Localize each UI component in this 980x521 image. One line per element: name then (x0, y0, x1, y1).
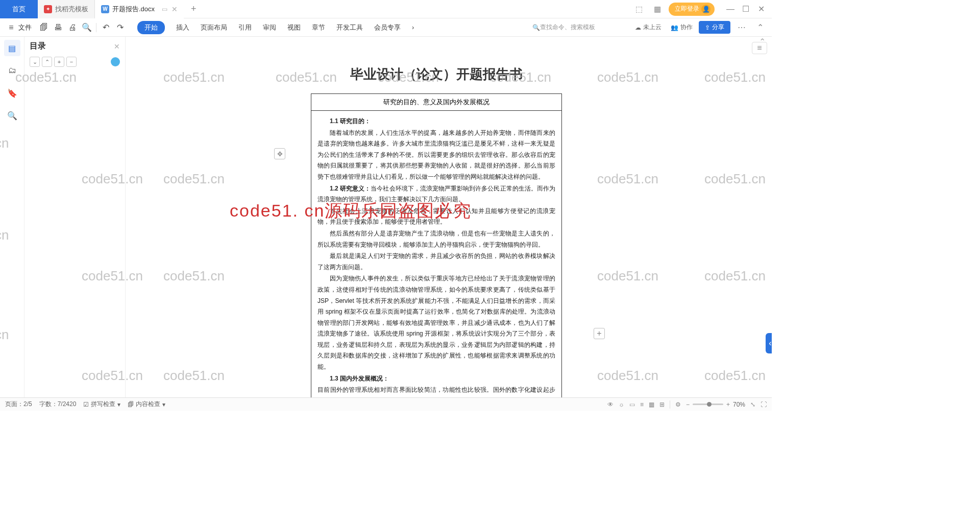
zoom-out-icon[interactable]: − (686, 401, 690, 408)
wps-icon: W (101, 5, 109, 13)
login-label: 立即登录 (675, 5, 699, 13)
menu-icon[interactable]: ≡ (4, 20, 18, 35)
command-search[interactable]: 🔍 查找命令、搜索模板 (532, 23, 595, 32)
search-panel-icon[interactable]: 🔍 (4, 107, 20, 124)
view-mode-3-icon[interactable]: ▦ (649, 401, 654, 408)
paragraph: 首先社会上流浪宠物的泛滥及危害，需要让人们认知并且能够方便登记的流浪宠物，并且便… (317, 206, 555, 228)
docer-icon: ✦ (44, 5, 52, 13)
redo-icon[interactable]: ↷ (113, 20, 127, 35)
sidebar-title: 目录 (30, 41, 46, 52)
menu-insert[interactable]: 插入 (176, 21, 189, 34)
share-button[interactable]: ⇪ 分享 (699, 21, 730, 34)
menu-pagelayout[interactable]: 页面布局 (201, 21, 227, 34)
minimize-button[interactable]: — (723, 2, 738, 16)
word-count[interactable]: 字数：7/2420 (39, 400, 77, 409)
tab-close-icon[interactable]: ✕ (172, 5, 178, 13)
content-check-toggle[interactable]: 🗐 内容检查 ▾ (128, 400, 165, 409)
menu-devtools[interactable]: 开发工具 (336, 21, 363, 34)
preview-icon[interactable]: 🖨 (65, 20, 80, 35)
right-rail: ⌃ ≡ ‹ (747, 37, 772, 397)
outline-add-icon[interactable]: + (54, 57, 64, 67)
outline-icon[interactable]: ▤ (4, 40, 20, 56)
box-body[interactable]: 1.1 研究目的： 随着城市的发展，人们生活水平的提高，越来越多的人开始养宠物，… (311, 111, 561, 397)
cloud-label: 未上云 (643, 23, 662, 32)
more-icon[interactable]: ⋯ (733, 22, 750, 32)
page-indicator[interactable]: 页面：2/5 (5, 400, 32, 409)
status-bar: 页面：2/5 字数：7/2420 ☑ 拼写检查 ▾ 🗐 内容检查 ▾ 👁 ☼ ▭… (0, 397, 772, 411)
sidebar-indicator-icon[interactable] (111, 57, 120, 66)
document-canvas[interactable]: ✥ + 毕业设计（论文）开题报告书 研究的目的、意义及国内外发展概况 1.1 研… (126, 37, 747, 397)
outline-expand-icon[interactable]: ⌃ (42, 57, 52, 67)
toolbar: ≡ 文件 🗐 🖶 🖨 🔍 ↶ ↷ 开始 插入 页面布局 引用 审阅 视图 章节 … (0, 18, 772, 37)
menu-start[interactable]: 开始 (137, 21, 165, 34)
zoom-icon[interactable]: 🔍 (80, 20, 94, 35)
settings-icon[interactable]: ⚙ (675, 401, 681, 408)
paragraph: 目前国外的管理系统相对而言界面比较简洁，功能性也比较强。国外的数字化建设起步比较… (317, 385, 555, 397)
fullscreen-icon[interactable]: ⛶ (761, 401, 767, 408)
collab-button[interactable]: 👥 协作 (668, 21, 696, 33)
menu-reference[interactable]: 引用 (238, 21, 252, 34)
tab-home[interactable]: 首页 (0, 0, 38, 18)
view-mode-4-icon[interactable]: ⊞ (659, 401, 665, 408)
document-title: 毕业设计（论文）开题报告书 (283, 44, 590, 93)
menu-chapter[interactable]: 章节 (312, 21, 325, 34)
heading: 1.1 研究目的： (317, 116, 555, 127)
outline-sidebar: 目录 ✕ ⌄ ⌃ + − (24, 37, 126, 397)
menu-view[interactable]: 视图 (287, 21, 301, 34)
search-placeholder: 查找命令、搜索模板 (540, 23, 595, 32)
menu-review[interactable]: 审阅 (263, 21, 276, 34)
heading: 1.2 研究意义：当今社会环境下，流浪宠物严重影响到许多公民正常的生活。而作为流… (317, 183, 555, 205)
outline-collapse-icon[interactable]: ⌄ (30, 57, 40, 67)
add-section-icon[interactable]: + (594, 328, 605, 339)
tab-document[interactable]: W 开题报告.docx ▭ ✕ (95, 0, 184, 18)
tab-docer[interactable]: ✦ 找稻壳模板 (38, 0, 95, 18)
login-button[interactable]: 立即登录 👤 (669, 3, 715, 16)
view-mode-2-icon[interactable]: ≡ (640, 401, 644, 408)
zoom-value[interactable]: 70% (733, 401, 745, 408)
view-mode-1-icon[interactable]: ▭ (629, 401, 635, 408)
scroll-up-icon[interactable]: ⌃ (759, 37, 766, 46)
move-handle-icon[interactable]: ✥ (274, 148, 285, 159)
paragraph: 然后虽然有部分人是遗弃宠物产生了流浪动物，但是也有一些宠物是主人遗失的，所以系统… (317, 228, 555, 250)
tab-label: 找稻壳模板 (55, 5, 88, 14)
title-bar: 首页 ✦ 找稻壳模板 W 开题报告.docx ▭ ✕ + ⬚ ▦ 立即登录 👤 … (0, 0, 772, 18)
bookmark-icon[interactable]: 🔖 (4, 85, 20, 101)
drawer-icon[interactable]: 🗂 (4, 62, 20, 79)
fit-width-icon[interactable]: ⤡ (750, 401, 755, 408)
side-tab-icon[interactable]: ‹ (766, 333, 772, 353)
avatar-icon: 👤 (701, 5, 710, 14)
box-header: 研究的目的、意义及国内外发展概况 (311, 94, 561, 111)
focus-mode-icon[interactable]: ☼ (619, 401, 624, 408)
collapse-icon[interactable]: ⌃ (753, 22, 768, 32)
save-icon[interactable]: 🗐 (37, 20, 51, 35)
file-menu[interactable]: 文件 (18, 23, 32, 32)
spellcheck-toggle[interactable]: ☑ 拼写检查 ▾ (83, 400, 120, 409)
zoom-slider[interactable] (693, 404, 723, 405)
layout-icon[interactable]: ⬚ (632, 2, 646, 16)
close-button[interactable]: ✕ (753, 2, 769, 16)
tab-label: 开题报告.docx (112, 5, 155, 14)
content-table: 研究的目的、意义及国内外发展概况 1.1 研究目的： 随着城市的发展，人们生活水… (311, 93, 562, 397)
zoom-in-icon[interactable]: + (726, 401, 730, 408)
left-toolbar: ▤ 🗂 🔖 🔍 (0, 37, 24, 397)
paragraph: 因为宠物伤人事件的发生，所以类似于重庆等地方已经给出了关于流浪宠物管理的政策，这… (317, 273, 555, 372)
collab-label: 协作 (680, 23, 693, 32)
print-icon[interactable]: 🖶 (51, 20, 65, 35)
undo-icon[interactable]: ↶ (99, 20, 113, 35)
tab-device-icon: ▭ (162, 6, 167, 13)
outline-remove-icon[interactable]: − (66, 57, 77, 67)
sidebar-close-icon[interactable]: ✕ (114, 42, 120, 51)
maximize-button[interactable]: ☐ (738, 2, 753, 16)
tab-new[interactable]: + (184, 0, 204, 18)
reading-mode-icon[interactable]: 👁 (607, 401, 614, 408)
menu-member[interactable]: 会员专享 (374, 21, 401, 34)
heading: 1.3 国内外发展概况： (317, 373, 555, 385)
cloud-status[interactable]: ☁ 未上云 (632, 21, 665, 33)
menu-more-icon[interactable]: › (412, 21, 414, 33)
paragraph: 随着城市的发展，人们生活水平的提高，越来越多的人开始养宠物，而伴随而来的是遗弃的… (317, 128, 555, 183)
apps-icon[interactable]: ▦ (650, 2, 665, 16)
share-label: 分享 (712, 23, 724, 32)
paragraph: 最后就是满足人们对于宠物的需求，并且减少收容所的负担，网站的收养模块解决了这两方… (317, 251, 555, 273)
